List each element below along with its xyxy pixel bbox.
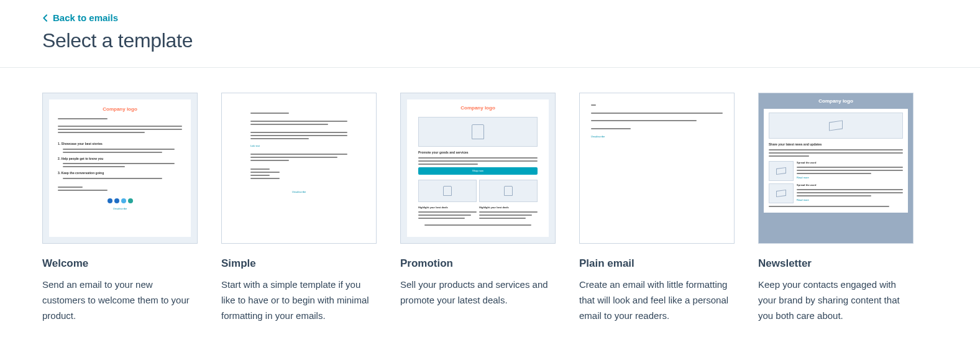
- preview-logo: Company logo: [764, 98, 908, 104]
- back-to-emails-link[interactable]: Back to emails: [42, 12, 118, 23]
- template-description: Send an email to your new customers to w…: [42, 277, 198, 323]
- page-header: Back to emails Select a template: [0, 0, 980, 68]
- social-icons: [58, 198, 182, 203]
- preview-logo: Company logo: [418, 104, 538, 112]
- template-thumbnail-newsletter: Company logo Share your latest news and …: [758, 93, 914, 244]
- template-thumbnail-welcome: Company logo 1. Showcase your best stori…: [42, 93, 198, 244]
- template-description: Keep your contacts engaged with your bra…: [758, 277, 914, 323]
- template-title: Welcome: [42, 257, 198, 270]
- template-thumbnail-simple: Link text Unsubscribe: [221, 93, 377, 244]
- template-thumbnail-plain: Unsubscribe: [579, 93, 735, 244]
- template-description: Start with a simple template if you like…: [221, 277, 377, 323]
- template-title: Newsletter: [758, 257, 914, 270]
- template-card-promotion[interactable]: Company logo Promote your goods and serv…: [400, 93, 556, 323]
- templates-grid: Company logo 1. Showcase your best stori…: [0, 68, 980, 348]
- page-title: Select a template: [42, 29, 938, 52]
- template-title: Simple: [221, 257, 377, 270]
- back-link-label: Back to emails: [53, 12, 118, 23]
- template-title: Plain email: [579, 257, 735, 270]
- preview-logo: Company logo: [58, 106, 182, 113]
- template-description: Sell your products and services and prom…: [400, 277, 556, 308]
- template-card-plain[interactable]: Unsubscribe Plain email Create an email …: [579, 93, 735, 323]
- template-card-newsletter[interactable]: Company logo Share your latest news and …: [758, 93, 914, 323]
- template-thumbnail-promotion: Company logo Promote your goods and serv…: [400, 93, 556, 244]
- template-title: Promotion: [400, 257, 556, 270]
- template-card-welcome[interactable]: Company logo 1. Showcase your best stori…: [42, 93, 198, 323]
- template-description: Create an email with little formatting t…: [579, 277, 735, 323]
- template-card-simple[interactable]: Link text Unsubscribe Simple Start with …: [221, 93, 377, 323]
- chevron-left-icon: [42, 14, 48, 22]
